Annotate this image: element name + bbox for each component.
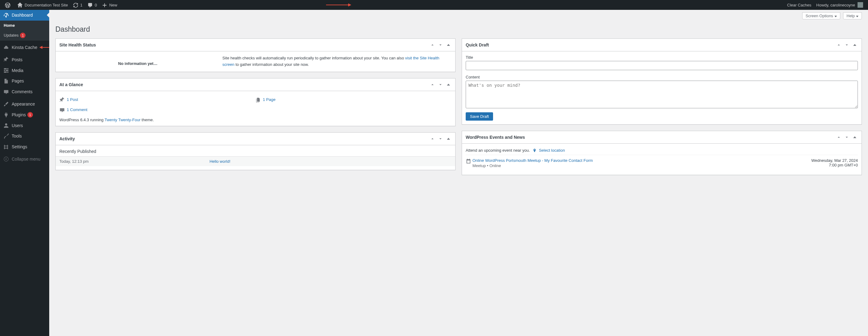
menu-tools[interactable]: Tools bbox=[0, 131, 49, 142]
calendar-icon bbox=[466, 158, 472, 164]
menu-pages-label: Pages bbox=[12, 79, 24, 83]
activity-post-link[interactable]: Hello world! bbox=[210, 159, 230, 164]
howdy-link[interactable]: Howdy, carolinecoyne bbox=[814, 0, 866, 10]
toggle-button[interactable] bbox=[445, 136, 452, 142]
new-content-link[interactable]: New bbox=[99, 0, 120, 10]
toggle-button[interactable] bbox=[445, 42, 452, 48]
brush-icon bbox=[3, 101, 9, 107]
toggle-button[interactable] bbox=[852, 42, 858, 48]
screen-options-button[interactable]: Screen Options bbox=[802, 12, 840, 20]
comments-link[interactable]: 0 bbox=[85, 0, 99, 10]
title-field-label: Title bbox=[466, 55, 858, 60]
move-down-button[interactable] bbox=[437, 42, 443, 48]
screen-options-label: Screen Options bbox=[806, 13, 833, 18]
theme-link[interactable]: Twenty Twenty-Four bbox=[104, 118, 141, 122]
toggle-button[interactable] bbox=[445, 82, 452, 88]
events-news-widget: WordPress Events and News Attend an upco… bbox=[462, 131, 862, 175]
submenu-updates[interactable]: Updates1 bbox=[0, 30, 49, 41]
quick-draft-title-label: Quick Draft bbox=[466, 42, 489, 48]
move-down-button[interactable] bbox=[844, 42, 850, 48]
menu-plugins[interactable]: Plugins1 bbox=[0, 109, 49, 120]
event-time: 7:00 pm GMT+0 bbox=[811, 163, 858, 167]
site-name-link[interactable]: Documentation Test Site bbox=[15, 0, 70, 10]
quick-draft-widget: Quick Draft Title Content Save D bbox=[462, 38, 862, 125]
help-label: Help bbox=[846, 13, 855, 18]
move-down-button[interactable] bbox=[437, 136, 443, 142]
user-icon bbox=[3, 122, 9, 128]
activity-row: Today, 12:13 pm Hello world! bbox=[56, 156, 455, 166]
menu-appearance-label: Appearance bbox=[12, 101, 35, 106]
refresh-link[interactable]: 1 bbox=[70, 0, 85, 10]
menu-users-label: Users bbox=[12, 123, 23, 128]
content-field-label: Content bbox=[466, 75, 858, 80]
submenu-home[interactable]: Home bbox=[0, 21, 49, 30]
select-location-link[interactable]: Select location bbox=[539, 148, 565, 153]
comment-icon bbox=[59, 107, 65, 113]
events-near-text: Attend an upcoming event near you. bbox=[466, 148, 530, 153]
move-up-button[interactable] bbox=[429, 136, 436, 142]
menu-pages[interactable]: Pages bbox=[0, 76, 49, 87]
caret-down-icon bbox=[856, 16, 859, 17]
toggle-button[interactable] bbox=[852, 134, 858, 140]
events-title: WordPress Events and News bbox=[466, 135, 525, 140]
site-health-status-text: No information yet… bbox=[59, 55, 216, 66]
glance-pages-link[interactable]: 1 Page bbox=[263, 97, 276, 102]
menu-posts-label: Posts bbox=[12, 57, 23, 62]
move-up-button[interactable] bbox=[429, 82, 436, 88]
activity-section-title: Recently Published bbox=[59, 149, 452, 156]
glance-comments-link[interactable]: 1 Comment bbox=[67, 108, 87, 112]
wrench-icon bbox=[3, 133, 9, 139]
menu-kinsta-cache[interactable]: Kinsta Cache bbox=[0, 42, 49, 53]
caret-down-icon bbox=[835, 16, 837, 17]
event-date: Wednesday, Mar 27, 2024 bbox=[811, 158, 858, 163]
move-up-button[interactable] bbox=[429, 42, 436, 48]
save-draft-button[interactable]: Save Draft bbox=[466, 112, 493, 121]
howdy-text: Howdy, carolinecoyne bbox=[816, 3, 855, 7]
sliders-icon bbox=[3, 144, 9, 150]
page-icon bbox=[3, 78, 9, 84]
refresh-icon bbox=[73, 2, 79, 8]
site-health-handle[interactable]: Site Health Status bbox=[56, 39, 455, 51]
move-down-button[interactable] bbox=[844, 134, 850, 140]
menu-plugins-label: Plugins bbox=[12, 112, 26, 117]
menu-comments-label: Comments bbox=[12, 89, 33, 94]
title-input[interactable] bbox=[466, 61, 858, 70]
submenu-updates-label: Updates bbox=[4, 33, 19, 37]
new-label: New bbox=[109, 3, 117, 7]
activity-time: Today, 12:13 pm bbox=[59, 159, 209, 164]
menu-settings-label: Settings bbox=[12, 144, 27, 149]
wordpress-icon bbox=[5, 2, 10, 8]
glance-handle[interactable]: At a Glance bbox=[56, 79, 455, 91]
menu-posts[interactable]: Posts bbox=[0, 55, 49, 65]
move-down-button[interactable] bbox=[437, 82, 443, 88]
home-icon bbox=[17, 2, 23, 8]
content-textarea[interactable] bbox=[466, 81, 858, 108]
media-icon bbox=[3, 67, 9, 73]
activity-handle[interactable]: Activity bbox=[56, 133, 455, 145]
menu-dashboard[interactable]: Dashboard bbox=[0, 10, 49, 21]
collapse-menu[interactable]: Collapse menu bbox=[0, 154, 49, 164]
menu-appearance[interactable]: Appearance bbox=[0, 99, 49, 110]
menu-media-label: Media bbox=[12, 68, 23, 73]
annotation-arrow-top bbox=[326, 5, 351, 5]
clear-caches-link[interactable]: Clear Caches bbox=[785, 0, 814, 10]
menu-comments[interactable]: Comments bbox=[0, 87, 49, 97]
refresh-count: 1 bbox=[80, 3, 83, 7]
help-button[interactable]: Help bbox=[843, 12, 862, 20]
menu-settings[interactable]: Settings bbox=[0, 142, 49, 152]
comment-bubble-icon bbox=[87, 2, 93, 8]
menu-kinsta-cache-label: Kinsta Cache bbox=[12, 45, 37, 50]
quick-draft-handle[interactable]: Quick Draft bbox=[462, 39, 862, 51]
event-meta: Meetup • Online bbox=[472, 163, 811, 168]
location-pin-icon bbox=[532, 147, 537, 153]
move-up-button[interactable] bbox=[836, 134, 842, 140]
wp-logo[interactable] bbox=[2, 0, 15, 10]
comment-count: 0 bbox=[95, 3, 97, 7]
menu-users[interactable]: Users bbox=[0, 120, 49, 131]
glance-posts-link[interactable]: 1 Post bbox=[67, 97, 78, 102]
menu-media[interactable]: Media bbox=[0, 65, 49, 76]
events-handle[interactable]: WordPress Events and News bbox=[462, 131, 862, 144]
event-item: Online WordPress Portsmouth Meetup - My … bbox=[466, 155, 858, 171]
move-up-button[interactable] bbox=[836, 42, 842, 48]
event-title-link[interactable]: Online WordPress Portsmouth Meetup - My … bbox=[472, 158, 593, 163]
